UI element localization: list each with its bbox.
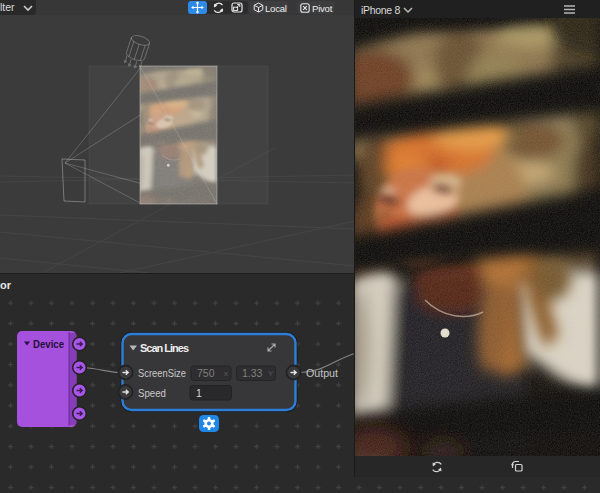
svg-text:Device: Device bbox=[33, 338, 64, 350]
svg-text:Speed: Speed bbox=[138, 387, 166, 399]
svg-text:x: x bbox=[224, 369, 228, 378]
svg-text:750: 750 bbox=[197, 367, 215, 379]
svg-text:ScreenSize: ScreenSize bbox=[138, 367, 186, 379]
svg-text:Y: Y bbox=[268, 369, 274, 378]
svg-text:1.33: 1.33 bbox=[242, 367, 263, 379]
svg-text:or: or bbox=[0, 279, 12, 291]
svg-text:Output: Output bbox=[306, 367, 338, 379]
svg-text:1: 1 bbox=[196, 387, 202, 399]
svg-text:Scan Lines: Scan Lines bbox=[140, 342, 189, 354]
